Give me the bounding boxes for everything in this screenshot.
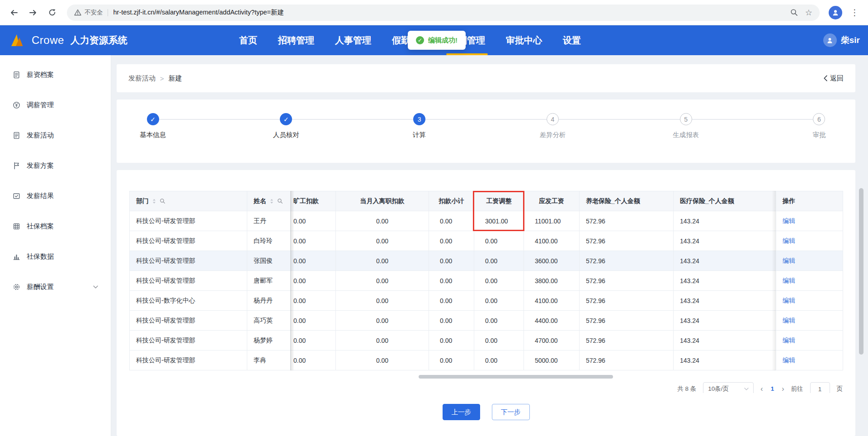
col-header-absence-deduction: 旷工扣款: [291, 191, 336, 211]
pagination-next-icon[interactable]: ›: [782, 382, 784, 393]
cell-7: 572.96: [580, 231, 674, 251]
horizontal-scrollbar-thumb[interactable]: [419, 375, 613, 379]
pagination-clip: 共 8 条 10条/页 ‹ 1 › 前往 页: [129, 382, 843, 393]
cell-3: 0.00: [336, 251, 429, 271]
address-bar[interactable]: 不安全 hr-test.zjf-it.cn/#/salaryManagement…: [67, 5, 820, 21]
col-header-name[interactable]: 姓名: [247, 191, 291, 211]
cell-4: 0.00: [429, 231, 474, 251]
sidebar-item-social-data[interactable]: 社保数据: [0, 242, 111, 272]
col-header-join-leave-deduction: 当月入离职扣款: [336, 191, 429, 211]
table-row: 科技公司-研发管理部杨梦婷0.000.000.000.004700.00572.…: [130, 331, 843, 351]
back-button[interactable]: 返回: [823, 74, 844, 83]
nav-item-home[interactable]: 首页: [239, 25, 257, 55]
step-report: 5 生成报表: [663, 113, 708, 139]
table-row: 科技公司-研发管理部高巧英0.000.000.000.004400.00572.…: [130, 311, 843, 331]
col-header-dept[interactable]: 部门: [130, 191, 247, 211]
cell-4: 0.00: [429, 251, 474, 271]
cell-5: 0.00: [474, 231, 524, 251]
security-warning-icon[interactable]: [74, 9, 81, 16]
cell-4: 0.00: [429, 311, 474, 331]
zoom-icon[interactable]: [790, 9, 798, 16]
page-size-select[interactable]: 10条/页: [703, 382, 754, 393]
edit-link[interactable]: 编辑: [783, 257, 795, 264]
cell-0: 科技公司-数字化中心: [130, 291, 247, 311]
col-header-medical-personal: 医疗保险_个人金额: [674, 191, 776, 211]
cell-0: 科技公司-研发管理部: [130, 331, 247, 351]
step-label: 生成报表: [673, 131, 699, 139]
sidebar-item-payroll-plan[interactable]: 发薪方案: [0, 151, 111, 181]
prev-step-button[interactable]: 上一步: [443, 404, 481, 420]
edit-link[interactable]: 编辑: [783, 317, 795, 324]
cell-5: 0.00: [474, 311, 524, 331]
edit-link[interactable]: 编辑: [783, 277, 795, 284]
sidebar-item-payroll-result[interactable]: 发薪结果: [0, 181, 111, 211]
step-check-icon: ✓: [280, 113, 292, 125]
breadcrumb-current: 新建: [169, 74, 182, 83]
crowe-logo-icon: [10, 33, 27, 47]
browser-toolbar: 不安全 hr-test.zjf-it.cn/#/salaryManagement…: [0, 0, 868, 25]
table-row: 科技公司-数字化中心杨丹丹0.000.000.000.004100.00572.…: [130, 291, 843, 311]
wizard-footer: 上一步 下一步: [129, 404, 843, 420]
sidebar-item-label: 薪资档案: [27, 71, 54, 79]
cell-6: 3800.00: [524, 271, 580, 291]
cell-9: 编辑: [776, 331, 843, 351]
browser-profile-avatar[interactable]: [829, 6, 842, 19]
sidebar-item-salary-adjust[interactable]: 调薪管理: [0, 90, 111, 120]
header-user[interactable]: 柴sir: [823, 25, 860, 55]
sidebar-item-label: 发薪结果: [27, 192, 54, 200]
cell-6: 5000.00: [524, 351, 580, 370]
app-header: Crowe 人力资源系统 首页 招聘管理 人事管理 假勤管理 福利管理 审批中心…: [0, 25, 868, 55]
pagination-prev-icon[interactable]: ‹: [760, 382, 763, 393]
cell-9: 编辑: [776, 291, 843, 311]
bookmark-star-icon[interactable]: ☆: [805, 9, 812, 17]
edit-link[interactable]: 编辑: [783, 217, 795, 224]
search-icon[interactable]: [277, 198, 283, 204]
cell-0: 科技公司-研发管理部: [130, 271, 247, 291]
edit-link[interactable]: 编辑: [783, 237, 795, 244]
cell-1: 白玲玲: [247, 231, 291, 251]
cell-9: 编辑: [776, 271, 843, 291]
table-body: 科技公司-研发管理部王丹0.000.000.003001.0011001.005…: [130, 211, 843, 370]
nav-item-settings[interactable]: 设置: [563, 25, 581, 55]
sidebar-item-label: 社保档案: [27, 222, 54, 231]
document-icon: [13, 71, 20, 79]
edit-link[interactable]: 编辑: [783, 297, 795, 304]
search-icon[interactable]: [160, 198, 165, 204]
vertical-scrollbar-thumb[interactable]: [859, 188, 863, 355]
cell-8: 143.24: [674, 291, 776, 311]
sidebar-item-salary-archive[interactable]: 薪资档案: [0, 60, 111, 90]
next-step-button[interactable]: 下一步: [492, 404, 530, 420]
sidebar-item-salary-settings[interactable]: 薪酬设置: [0, 272, 111, 302]
sort-caret-icon[interactable]: [152, 199, 156, 204]
pagination-page-unit: 页: [837, 382, 843, 393]
nav-item-hr[interactable]: 人事管理: [335, 25, 371, 55]
browser-forward-icon[interactable]: [24, 4, 42, 21]
cell-7: 572.96: [580, 271, 674, 291]
breadcrumb-bar: 发薪活动 > 新建 返回: [117, 64, 855, 92]
cell-4: 0.00: [429, 351, 474, 370]
edit-link[interactable]: 编辑: [783, 356, 795, 364]
nav-item-approval[interactable]: 审批中心: [506, 25, 542, 55]
sidebar-item-label: 发薪方案: [27, 161, 54, 170]
nav-item-recruiting[interactable]: 招聘管理: [278, 25, 314, 55]
table-wrap: 部门 姓名 旷工扣款: [129, 191, 843, 370]
sort-caret-icon[interactable]: [269, 199, 274, 204]
sidebar-item-social-archive[interactable]: 社保档案: [0, 211, 111, 242]
edit-link[interactable]: 编辑: [783, 336, 795, 344]
sidebar: 薪资档案 调薪管理 发薪活动 发薪方案 发薪结果 社保档案 社保数据 薪酬设置: [0, 55, 111, 436]
pagination-page-1[interactable]: 1: [770, 382, 775, 393]
pagination-goto-input[interactable]: [810, 382, 830, 393]
url-text[interactable]: hr-test.zjf-it.cn/#/salaryManagement/add…: [113, 8, 783, 17]
success-toast: ✓ 编辑成功!: [408, 31, 466, 50]
stepper-connector-line: [155, 119, 817, 120]
grid-table-icon: [13, 223, 20, 230]
browser-back-icon[interactable]: [5, 4, 23, 21]
cell-6: 4400.00: [524, 311, 580, 331]
step-label: 人员核对: [273, 131, 299, 139]
browser-menu-icon[interactable]: ⋮: [847, 7, 863, 18]
cell-5: 3001.00: [474, 211, 524, 231]
cell-5: 0.00: [474, 271, 524, 291]
breadcrumb-payroll-activity[interactable]: 发薪活动: [128, 74, 156, 83]
browser-refresh-icon[interactable]: [43, 4, 61, 21]
sidebar-item-payroll-activity[interactable]: 发薪活动: [0, 120, 111, 151]
